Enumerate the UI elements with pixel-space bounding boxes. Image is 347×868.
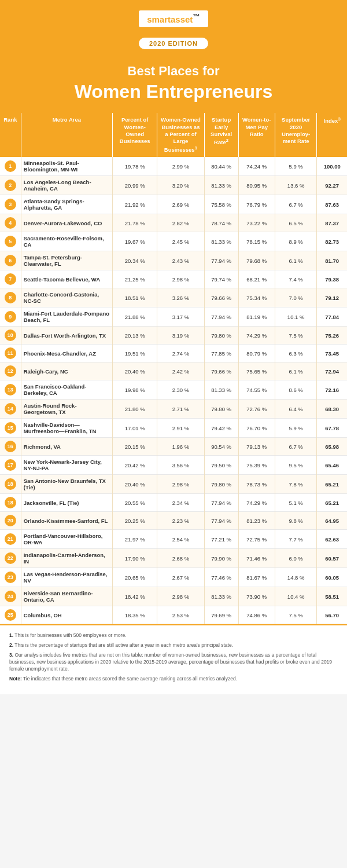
- table-row: 15 Nashville-Davidson—Murfreesboro—Frank…: [0, 419, 347, 438]
- metro-name: Los Angeles-Long Beach-Anaheim, CA: [24, 179, 91, 192]
- cell-metro: Charlotte-Concord-Gastonia, NC-SC: [21, 288, 112, 307]
- cell-ratio: 76.79 %: [238, 195, 275, 214]
- cell-wo: 2.53 %: [157, 606, 205, 624]
- cell-metro: Columbus, OH: [21, 606, 112, 624]
- divider-right: [214, 45, 249, 46]
- cell-unemp: 5.9 %: [275, 157, 316, 176]
- rank-badge: 6: [5, 255, 16, 266]
- cell-rank: 5: [0, 232, 21, 251]
- cell-rank: 18: [0, 494, 21, 512]
- cell-startup: 77.94 %: [204, 512, 238, 530]
- cell-unemp: 10.1 %: [275, 307, 316, 327]
- cell-pct: 19.67 %: [113, 232, 157, 251]
- table-body: 1 Minneapolis-St. Paul-Bloomington, MN-W…: [0, 157, 347, 624]
- cell-startup: 77.21 %: [204, 530, 238, 549]
- cell-rank: 4: [0, 214, 21, 232]
- col-header-ratio: Women-to-Men Pay Ratio: [238, 113, 275, 157]
- cell-metro: Tampa-St. Petersburg-Clearwater, FL: [21, 251, 112, 270]
- cell-index: 72.94: [317, 362, 347, 380]
- header-section: smartasset™ 2020 EDITION Best Places for…: [0, 0, 347, 113]
- rank-badge: 4: [5, 217, 16, 229]
- rank-badge: 15: [5, 422, 16, 434]
- logo-symbol: ™: [193, 13, 200, 21]
- cell-index: 65.21: [317, 475, 347, 494]
- cell-wo: 2.43 %: [157, 251, 205, 270]
- cell-index: 67.78: [317, 419, 347, 438]
- metro-name: Seattle-Tacoma-Bellevue, WA: [24, 276, 100, 283]
- logo-asset: asset: [171, 14, 193, 24]
- cell-ratio: 72.76 %: [238, 400, 275, 419]
- cell-index: 77.84: [317, 307, 347, 327]
- cell-index: 58.51: [317, 587, 347, 606]
- cell-metro: Nashville-Davidson—Murfreesboro—Franklin…: [21, 419, 112, 438]
- cell-pct: 18.42 %: [113, 587, 157, 606]
- cell-startup: 81.33 %: [204, 176, 238, 195]
- cell-startup: 78.74 %: [204, 214, 238, 232]
- metro-name: Dallas-Fort Worth-Arlington, TX: [24, 332, 106, 339]
- cell-rank: 6: [0, 251, 21, 270]
- cell-pct: 19.78 %: [113, 157, 157, 176]
- metro-name: New York-Newark-Jersey City, NY-NJ-PA: [24, 459, 102, 471]
- cell-startup: 77.94 %: [204, 307, 238, 327]
- cell-index: 65.46: [317, 456, 347, 475]
- table-row: 12 Raleigh-Cary, NC 20.40 % 2.42 % 79.66…: [0, 362, 347, 380]
- col-header-pct: Percent of Women-Owned Businesses: [113, 113, 157, 157]
- rank-badge: 20: [5, 515, 16, 526]
- footnote-num: 2.: [9, 642, 13, 648]
- cell-ratio: 79.13 %: [238, 438, 275, 456]
- cell-startup: 79.74 %: [204, 270, 238, 288]
- table-row: 20 Orlando-Kissimmee-Sanford, FL 20.25 %…: [0, 512, 347, 530]
- cell-metro: Dallas-Fort Worth-Arlington, TX: [21, 327, 112, 345]
- cell-ratio: 81.19 %: [238, 307, 275, 327]
- cell-startup: 77.94 %: [204, 494, 238, 512]
- metro-name: Orlando-Kissimmee-Sanford, FL: [24, 518, 108, 524]
- col-header-rank: Rank: [0, 113, 21, 157]
- metro-name: Columbus, OH: [24, 612, 62, 618]
- col-header-unemp: September 2020 Unemploy-ment Rate: [275, 113, 316, 157]
- cell-startup: 79.69 %: [204, 606, 238, 624]
- title-line1: Best Places for: [128, 64, 220, 78]
- cell-unemp: 8.6 %: [275, 380, 316, 400]
- cell-ratio: 73.22 %: [238, 214, 275, 232]
- cell-unemp: 9.8 %: [275, 512, 316, 530]
- rank-badge: 1: [5, 160, 16, 172]
- cell-ratio: 74.24 %: [238, 157, 275, 176]
- cell-ratio: 81.67 %: [238, 568, 275, 587]
- cell-rank: 20: [0, 512, 21, 530]
- cell-metro: Raleigh-Cary, NC: [21, 362, 112, 380]
- cell-rank: 9: [0, 307, 21, 327]
- cell-index: 72.16: [317, 380, 347, 400]
- cell-wo: 1.96 %: [157, 438, 205, 456]
- cell-metro: Minneapolis-St. Paul-Bloomington, MN-WI: [21, 157, 112, 176]
- cell-pct: 17.90 %: [113, 549, 157, 568]
- cell-index: 68.30: [317, 400, 347, 419]
- col-header-metro: Metro Area: [21, 113, 112, 157]
- cell-pct: 21.80 %: [113, 400, 157, 419]
- cell-unemp: 7.5 %: [275, 327, 316, 345]
- cell-wo: 2.99 %: [157, 157, 205, 176]
- rank-badge: 17: [5, 459, 16, 471]
- cell-rank: 23: [0, 568, 21, 587]
- cell-startup: 77.46 %: [204, 568, 238, 587]
- cell-index: 62.63: [317, 530, 347, 549]
- rank-badge: 11: [5, 347, 16, 359]
- cell-unemp: 6.7 %: [275, 438, 316, 456]
- cell-rank: 24: [0, 587, 21, 606]
- col-header-wo: Women-Owned Businesses as a Percent of L…: [157, 113, 205, 157]
- cell-index: 64.95: [317, 512, 347, 530]
- table-row: 18 Jacksonville, FL (Tie) 20.55 % 2.34 %…: [0, 494, 347, 512]
- table-row: 8 Charlotte-Concord-Gastonia, NC-SC 18.5…: [0, 288, 347, 307]
- cell-index: 60.05: [317, 568, 347, 587]
- table-row: 13 San Francisco-Oakland-Berkeley, CA 19…: [0, 380, 347, 400]
- cell-unemp: 9.5 %: [275, 456, 316, 475]
- cell-wo: 2.69 %: [157, 195, 205, 214]
- cell-startup: 77.85 %: [204, 345, 238, 362]
- cell-ratio: 74.29 %: [238, 494, 275, 512]
- cell-wo: 3.19 %: [157, 327, 205, 345]
- cell-metro: Seattle-Tacoma-Bellevue, WA: [21, 270, 112, 288]
- table-row: 14 Austin-Round Rock-Georgetown, TX 21.8…: [0, 400, 347, 419]
- cell-startup: 81.33 %: [204, 232, 238, 251]
- metro-name: Riverside-San Bernardino-Ontario, CA: [24, 590, 93, 603]
- footnote-item: Note: Tie indicates that these metro are…: [9, 676, 338, 683]
- cell-wo: 2.98 %: [157, 270, 205, 288]
